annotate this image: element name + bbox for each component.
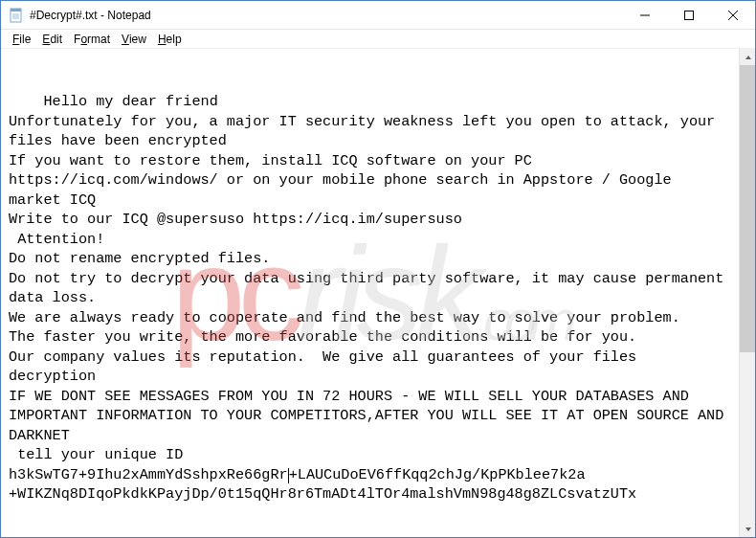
svg-rect-1: [11, 9, 21, 11]
text-area[interactable]: pcrisk.com Hello my dear friend Unfortun…: [1, 49, 739, 537]
close-button[interactable]: [711, 1, 755, 30]
text-line: +LAUCuDoEV6ffKqq2chJg/KpPKblee7k2a: [289, 466, 586, 483]
text-line: Our company values its reputation. We gi…: [9, 348, 645, 386]
text-line: Do not rename encrypted files.: [9, 250, 270, 267]
scroll-up-button[interactable]: [740, 49, 756, 65]
menu-view[interactable]: View: [116, 31, 152, 48]
text-line: Attention!: [9, 231, 104, 248]
menubar: File Edit Format View Help: [1, 30, 755, 49]
notepad-icon: [9, 8, 24, 23]
scroll-down-button[interactable]: [740, 521, 756, 537]
text-line: Hello my dear friend: [43, 93, 217, 110]
svg-rect-6: [685, 11, 694, 19]
text-line: Do not try to decrypt your data using th…: [9, 270, 732, 307]
text-line: tell your unique ID: [9, 446, 183, 463]
maximize-button[interactable]: [667, 1, 711, 30]
minimize-button[interactable]: [623, 1, 667, 30]
text-line: We are always ready to cooperate and fin…: [9, 309, 680, 326]
menu-edit[interactable]: Edit: [36, 31, 68, 48]
text-line: The faster you write, the more favorable…: [9, 328, 636, 346]
titlebar: #Decrypt#.txt - Notepad: [1, 1, 755, 30]
menu-file[interactable]: File: [7, 31, 36, 48]
text-line: Unfortunately for you, a major IT securi…: [9, 113, 723, 150]
text-line: Write to our ICQ @supersuso https://icq.…: [9, 211, 462, 228]
vertical-scrollbar[interactable]: [739, 49, 755, 537]
text-line: If you want to restore them, install ICQ…: [9, 152, 680, 209]
text-line: +WIKZNq8DIqoPkdkKPayjDp/0t15qQHr8r6TmADt…: [9, 485, 636, 503]
window-title: #Decrypt#.txt - Notepad: [30, 9, 151, 22]
menu-format[interactable]: Format: [68, 31, 116, 48]
text-line: h3kSwTG7+9Ihu2xAmmYdSshpxRe66gRr: [9, 466, 288, 483]
scroll-thumb[interactable]: [740, 65, 756, 352]
menu-help[interactable]: Help: [152, 31, 188, 48]
text-line: IF WE DONT SEE MESSAGES FROM YOU IN 72 H…: [9, 388, 732, 444]
